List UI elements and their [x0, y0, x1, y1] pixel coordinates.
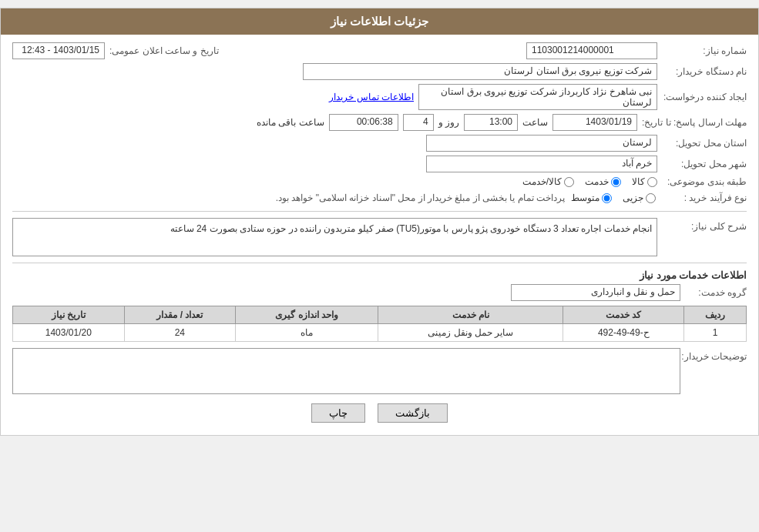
deadline-days-label: روز و — [438, 117, 459, 128]
cell-code: ح-49-49-492 — [563, 324, 684, 342]
deadline-days-value: 4 — [403, 114, 434, 131]
services-table: ردیف کد خدمت نام خدمت واحد اندازه گیری ت… — [12, 306, 747, 342]
category-label: طبقه بندی موضوعی: — [662, 176, 747, 187]
announce-value: 1403/01/15 - 12:43 — [12, 42, 105, 59]
service-group-value: حمل و نقل و انبارداری — [511, 284, 680, 301]
action-buttons: بازگشت چاپ — [12, 403, 747, 423]
cell-row: 1 — [684, 324, 747, 342]
process-option-motavaset[interactable]: متوسط — [571, 192, 612, 203]
service-info-title: اطلاعات خدمات مورد نیاز — [12, 269, 747, 281]
category-option-khedmat[interactable]: خدمت — [585, 176, 621, 187]
requester-label: ایجاد کننده درخواست: — [662, 92, 747, 102]
announce-label: تاریخ و ساعت اعلان عمومی: — [109, 45, 219, 56]
need-desc-value: انجام خدمات اجاره تعداد 3 دستگاه خودروی … — [12, 218, 657, 256]
page-title: جزئیات اطلاعات نیاز — [1, 8, 758, 35]
province-label: استان محل تحویل: — [662, 138, 747, 149]
deadline-date: 1403/01/19 — [552, 114, 637, 131]
print-button[interactable]: چاپ — [311, 403, 365, 423]
service-group-label: گروه خدمت: — [685, 287, 747, 298]
col-row: ردیف — [684, 306, 747, 324]
deadline-time-label: ساعت — [522, 117, 548, 128]
col-qty: تعداد / مقدار — [124, 306, 235, 324]
deadline-label: مهلت ارسال پاسخ: تا تاریخ: — [642, 117, 747, 128]
need-desc-label: شرح کلی نیاز: — [662, 221, 747, 232]
cell-name: سایر حمل ونقل زمینی — [378, 324, 563, 342]
province-value: لرستان — [426, 135, 657, 152]
col-name: نام خدمت — [378, 306, 563, 324]
category-option-kala[interactable]: کالا — [632, 176, 657, 187]
category-radio-group: کالا خدمت کالا/خدمت — [522, 176, 657, 187]
cell-qty: 24 — [124, 324, 235, 342]
process-radio-group: جزیی متوسط — [571, 192, 656, 203]
process-note: پرداخت تمام یا بخشی از مبلغ خریدار از مح… — [276, 191, 565, 205]
process-option-jozi[interactable]: جزیی — [623, 192, 656, 203]
col-code: کد خدمت — [563, 306, 684, 324]
request-number-label: شماره نیاز: — [662, 45, 747, 56]
back-button[interactable]: بازگشت — [378, 403, 448, 423]
col-date: تاریخ نیاز — [13, 306, 125, 324]
buyer-desc-label: توضیحات خریدار: — [685, 351, 747, 362]
deadline-time-value: 13:00 — [464, 114, 518, 131]
requester-value: نبی شاهرخ نژاد کاربرداز شرکت توزیع نیروی… — [418, 84, 657, 110]
city-value: خرم آباد — [426, 156, 657, 172]
buyer-org-label: نام دستگاه خریدار: — [662, 66, 747, 77]
category-option-kala-khedmat[interactable]: کالا/خدمت — [522, 176, 574, 187]
city-label: شهر محل تحویل: — [662, 159, 747, 169]
deadline-remaining-label: ساعت باقی مانده — [257, 117, 324, 128]
cell-date: 1403/01/20 — [13, 324, 125, 342]
table-row: 1 ح-49-49-492 سایر حمل ونقل زمینی ماه 24… — [13, 324, 747, 342]
cell-unit: ماه — [236, 324, 378, 342]
buyer-desc-value[interactable] — [12, 348, 680, 394]
deadline-remaining-value: 00:06:38 — [329, 114, 398, 131]
buyer-org-value: شرکت توزیع نیروی برق استان لرستان — [303, 63, 657, 80]
request-number-value: 1103001214000001 — [526, 42, 657, 59]
contact-link[interactable]: اطلاعات تماس خریدار — [329, 92, 414, 102]
process-label: نوع فرآیند خرید : — [662, 192, 747, 203]
col-unit: واحد اندازه گیری — [236, 306, 378, 324]
